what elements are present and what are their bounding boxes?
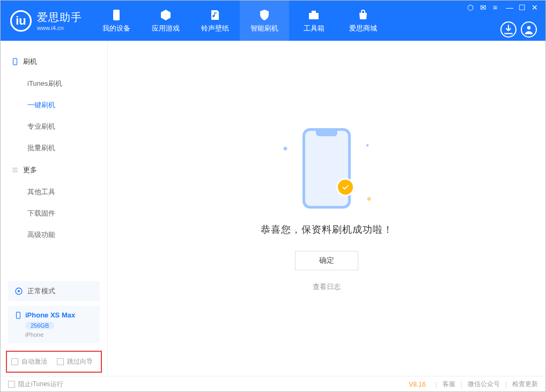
sidebar: 刷机 iTunes刷机 一键刷机 专业刷机 批量刷机 更多 其他工具 下载固件 … — [1, 41, 108, 376]
checkbox-skip-guide[interactable] — [57, 358, 64, 365]
phone-small-icon — [14, 312, 22, 319]
footer-link-update[interactable]: 检查更新 — [512, 380, 538, 389]
app-url: www.i4.cn — [37, 25, 82, 31]
close-button[interactable]: ✕ — [532, 4, 539, 11]
tab-label: 智能刷机 — [250, 24, 278, 33]
tab-store[interactable]: 爱思商城 — [338, 1, 388, 41]
main-content: 恭喜您，保资料刷机成功啦！ 确定 查看日志 — [108, 41, 545, 376]
feedback-icon[interactable]: ✉ — [480, 4, 488, 11]
block-itunes-label: 阻止iTunes运行 — [18, 380, 63, 389]
checkbox-label: 跳过向导 — [67, 357, 93, 366]
logo: iu 爱思助手 www.i4.cn — [1, 10, 92, 32]
sidebar-item-oneclick-flash[interactable]: 一键刷机 — [1, 94, 107, 116]
toolbox-icon — [307, 9, 320, 21]
status-bar: 阻止iTunes运行 V8.16 | 客服 | 微信公众号 | 检查更新 — [1, 376, 545, 392]
main-tabs: 我的设备 应用游戏 铃声壁纸 智能刷机 工具箱 爱思商城 — [92, 1, 388, 41]
device-card[interactable]: iPhone XS Max 256GB iPhone — [8, 306, 100, 343]
sparkle-icon — [366, 144, 369, 147]
tab-label: 工具箱 — [304, 24, 324, 33]
svg-rect-1 — [309, 13, 319, 19]
sidebar-item-batch-flash[interactable]: 批量刷机 — [1, 137, 107, 159]
svg-rect-2 — [312, 11, 316, 13]
tab-ringtones-wallpapers[interactable]: 铃声壁纸 — [190, 1, 240, 41]
version-label: V8.16 — [409, 381, 425, 388]
device-storage: 256GB — [25, 322, 54, 329]
list-icon — [11, 166, 19, 174]
success-message: 恭喜您，保资料刷机成功啦！ — [261, 223, 393, 236]
menu-icon[interactable]: ≡ — [493, 4, 500, 11]
device-name: iPhone XS Max — [25, 311, 75, 319]
music-file-icon — [209, 9, 222, 21]
sidebar-section-flash: 刷机 iTunes刷机 一键刷机 专业刷机 批量刷机 — [1, 50, 107, 159]
tab-toolbox[interactable]: 工具箱 — [289, 1, 338, 41]
footer-link-wechat[interactable]: 微信公众号 — [468, 380, 500, 389]
phone-icon — [110, 9, 123, 21]
tshirt-icon[interactable]: ⬡ — [467, 4, 475, 11]
svg-rect-0 — [113, 10, 120, 20]
sparkle-icon — [367, 196, 371, 201]
tab-label: 铃声壁纸 — [201, 24, 229, 33]
app-header: iu 爱思助手 www.i4.cn 我的设备 应用游戏 铃声壁纸 智能刷机 工具… — [1, 1, 545, 41]
checkbox-block-itunes[interactable] — [8, 381, 15, 388]
flash-options-row: 自动激活 跳过向导 — [6, 351, 102, 373]
view-log-link[interactable]: 查看日志 — [313, 282, 341, 292]
tab-label: 爱思商城 — [349, 24, 377, 33]
device-small-icon — [11, 58, 19, 65]
user-icon — [522, 23, 536, 36]
mode-icon — [14, 287, 23, 295]
footer-link-support[interactable]: 客服 — [442, 380, 455, 389]
success-illustration — [278, 125, 375, 211]
svg-point-3 — [527, 26, 531, 30]
download-button[interactable] — [500, 21, 517, 38]
bag-icon — [357, 9, 370, 21]
svg-point-6 — [18, 290, 20, 292]
ok-button[interactable]: 确定 — [295, 251, 358, 270]
maximize-button[interactable]: ☐ — [519, 4, 526, 11]
sidebar-item-pro-flash[interactable]: 专业刷机 — [1, 116, 107, 137]
phone-illustration-icon — [302, 128, 351, 209]
svg-rect-7 — [17, 312, 20, 319]
device-type: iPhone — [25, 331, 93, 338]
tab-smart-flash[interactable]: 智能刷机 — [240, 1, 289, 41]
sidebar-item-itunes-flash[interactable]: iTunes刷机 — [1, 73, 107, 94]
mode-label: 正常模式 — [27, 286, 55, 296]
cube-icon — [159, 9, 172, 21]
sidebar-section-more: 更多 其他工具 下载固件 高级功能 — [1, 159, 107, 246]
tab-label: 我的设备 — [102, 24, 130, 33]
app-body: 刷机 iTunes刷机 一键刷机 专业刷机 批量刷机 更多 其他工具 下载固件 … — [1, 41, 545, 376]
checkbox-label: 自动激活 — [21, 357, 47, 366]
sidebar-item-download-firmware[interactable]: 下载固件 — [1, 203, 107, 224]
logo-text: 爱思助手 www.i4.cn — [37, 10, 82, 31]
minimize-button[interactable]: — — [506, 4, 513, 11]
window-controls: ⬡ ✉ ≡ — ☐ ✕ — [467, 4, 539, 11]
checkbox-auto-activate[interactable] — [11, 358, 18, 365]
logo-icon: iu — [10, 10, 32, 32]
section-title: 刷机 — [23, 57, 37, 66]
sidebar-item-other-tools[interactable]: 其他工具 — [1, 181, 107, 203]
tab-label: 应用游戏 — [152, 24, 180, 33]
section-title: 更多 — [23, 165, 37, 175]
sparkle-icon — [283, 146, 287, 150]
download-icon — [501, 23, 515, 36]
shield-refresh-icon — [258, 9, 271, 21]
tab-my-device[interactable]: 我的设备 — [92, 1, 141, 41]
account-button[interactable] — [521, 21, 537, 38]
svg-rect-4 — [13, 58, 17, 65]
device-mode-card[interactable]: 正常模式 — [8, 281, 100, 301]
app-name: 爱思助手 — [37, 10, 82, 25]
checkmark-badge-icon — [336, 178, 355, 196]
tab-apps-games[interactable]: 应用游戏 — [141, 1, 190, 41]
sidebar-item-advanced[interactable]: 高级功能 — [1, 224, 107, 246]
